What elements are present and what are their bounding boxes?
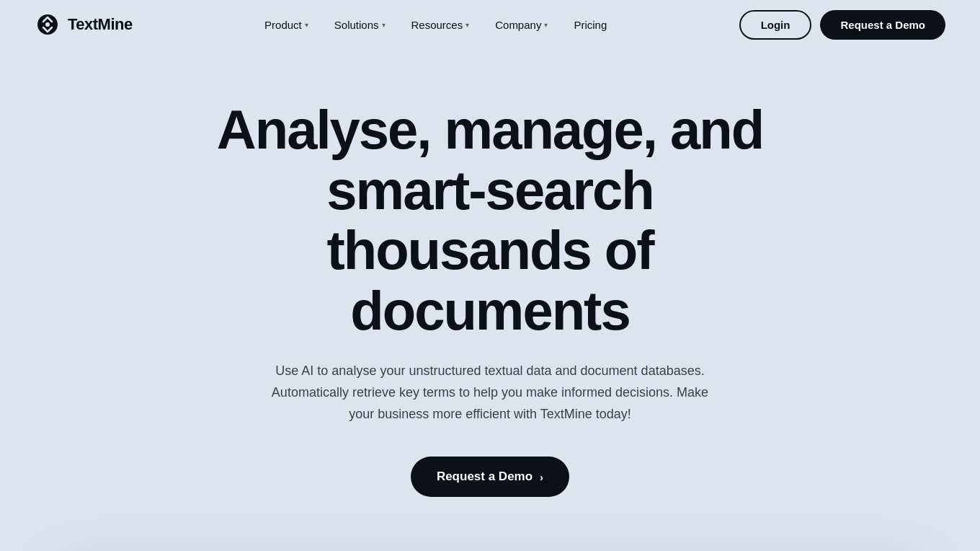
nav-link-pricing[interactable]: Pricing: [564, 13, 617, 37]
logo-text: TextMine: [68, 15, 133, 34]
request-demo-button-nav[interactable]: Request a Demo: [820, 10, 945, 40]
hero-title: Analyse, manage, and smart-search thousa…: [195, 100, 785, 340]
request-demo-button-hero[interactable]: Request a Demo ›: [411, 457, 569, 497]
nav-item-solutions[interactable]: Solutions ▾: [324, 13, 396, 37]
nav-links: Product ▾ Solutions ▾ Resources ▾ Compan…: [254, 13, 617, 37]
navbar: TextMine Product ▾ Solutions ▾ Resources…: [0, 0, 980, 49]
chevron-down-icon: ▾: [305, 21, 308, 29]
chevron-down-icon: ▾: [544, 21, 548, 29]
nav-item-product[interactable]: Product ▾: [254, 13, 318, 37]
logo-icon: [35, 12, 61, 38]
nav-link-company[interactable]: Company ▾: [485, 13, 558, 37]
nav-link-solutions[interactable]: Solutions ▾: [324, 13, 396, 37]
nav-item-company[interactable]: Company ▾: [485, 13, 558, 37]
nav-link-resources[interactable]: Resources ▾: [401, 13, 480, 37]
chevron-down-icon: ▾: [466, 21, 469, 29]
logo-link[interactable]: TextMine: [35, 12, 133, 38]
login-button[interactable]: Login: [739, 10, 812, 40]
nav-link-product[interactable]: Product ▾: [254, 13, 318, 37]
nav-actions: Login Request a Demo: [739, 10, 945, 40]
hero-subtitle: Use AI to analyse your unstructured text…: [259, 361, 721, 425]
arrow-right-icon: ›: [540, 471, 543, 483]
svg-point-0: [45, 22, 50, 27]
nav-item-resources[interactable]: Resources ▾: [401, 13, 480, 37]
nav-item-pricing[interactable]: Pricing: [564, 13, 617, 37]
hero-section: Analyse, manage, and smart-search thousa…: [0, 49, 980, 526]
chevron-down-icon: ▾: [382, 21, 386, 29]
